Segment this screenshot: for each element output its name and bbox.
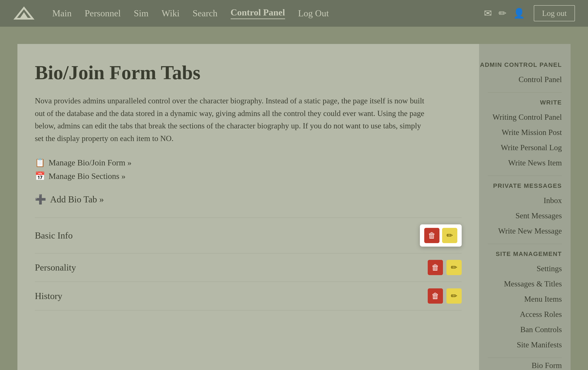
logout-button[interactable]: Log out [534,5,575,21]
sidebar-item-menu-items[interactable]: Menu Items [479,291,571,307]
bio-tab-actions: 🗑 ✏ [428,288,462,304]
nav-sim[interactable]: Sim [134,8,148,19]
sidebar-admin-section-title: ADMIN CONTROL PANEL [479,55,571,72]
add-bio-tab-row: ➕ Add Bio Tab » [35,194,462,205]
manage-bio-sections-row: 📅 Manage Bio Sections » [35,171,462,181]
sidebar-item-ban-controls[interactable]: Ban Controls [479,322,571,337]
bio-sections-icon: 📅 [35,171,45,181]
nav-logout[interactable]: Log Out [298,8,329,19]
sidebar-item-settings[interactable]: Settings [479,261,571,276]
bio-tab-name: History [35,291,62,301]
manage-bio-form-row: 📋 Manage Bio/Join Form » [35,158,462,167]
sidebar-item-sent-messages[interactable]: Sent Messages [479,208,571,223]
sidebar-item-bio-form[interactable]: Bio Form [479,358,571,370]
sidebar-write-section-title: WRITE [479,92,571,110]
sidebar-item-control-panel[interactable]: Control Panel [479,72,571,87]
table-row: Personality 🗑 ✏ [35,253,462,282]
delete-button[interactable]: 🗑 [428,288,443,304]
nav-search[interactable]: Search [192,8,217,19]
main-container: Bio/Join Form Tabs Nova provides admins … [17,44,571,370]
bio-tab-name: Personality [35,262,76,273]
bio-tab-actions: 🗑 ✏ [428,260,462,275]
pencil-icon[interactable]: ✏ [498,8,506,19]
envelope-icon[interactable]: ✉ [484,8,492,19]
sidebar-sitemanagement-section-title: SITE MANAGEMENT [479,244,571,261]
svg-marker-1 [20,12,28,19]
edit-button[interactable]: ✏ [442,228,457,243]
content-area: Bio/Join Form Tabs Nova provides admins … [17,44,479,370]
edit-button[interactable]: ✏ [446,288,462,304]
action-popup: 🗑 ✏ [420,224,462,247]
delete-button[interactable]: 🗑 [428,260,443,275]
nav-wiki[interactable]: Wiki [162,8,179,19]
sidebar-item-writing-control-panel[interactable]: Writing Control Panel [479,110,571,125]
sidebar-item-write-mission-post[interactable]: Write Mission Post [479,125,571,140]
bio-form-icon: 📋 [35,158,45,167]
sidebar-item-write-new-message[interactable]: Write New Message [479,223,571,238]
nav-icon-group: ✉ ✏ 👤 [484,8,525,19]
nav-personnel[interactable]: Personnel [85,8,121,19]
sidebar-pm-section-title: PRIVATE MESSAGES [479,176,571,193]
main-nav: Main Personnel Sim Wiki Search Control P… [0,0,588,27]
user-circle-icon[interactable]: 👤 [513,8,525,19]
manage-links: 📋 Manage Bio/Join Form » 📅 Manage Bio Se… [35,158,462,181]
add-bio-tab-link[interactable]: Add Bio Tab » [50,194,104,205]
manage-bio-sections-link[interactable]: Manage Bio Sections » [49,171,126,181]
table-row: Basic Info 🗑 ✏ [35,218,462,253]
nav-control-panel[interactable]: Control Panel [231,7,285,19]
page-title: Bio/Join Form Tabs [35,61,462,84]
bio-tabs-list: Basic Info 🗑 ✏ Personality 🗑 ✏ History 🗑 [35,218,462,310]
sidebar-item-inbox[interactable]: Inbox [479,193,571,208]
sidebar: ADMIN CONTROL PANEL Control Panel WRITE … [479,44,571,370]
sidebar-item-messages-titles[interactable]: Messages & Titles [479,276,571,291]
page-description: Nova provides admins unparalleled contro… [35,95,427,145]
nav-links: Main Personnel Sim Wiki Search Control P… [52,7,484,19]
manage-bio-form-link[interactable]: Manage Bio/Join Form » [49,158,132,167]
sidebar-item-write-news-item[interactable]: Write News Item [479,155,571,170]
edit-button[interactable]: ✏ [446,260,462,275]
sidebar-item-access-roles[interactable]: Access Roles [479,307,571,322]
table-row: History 🗑 ✏ [35,282,462,310]
add-icon: ➕ [35,194,46,205]
logo[interactable] [13,6,35,21]
nav-main[interactable]: Main [52,8,72,19]
delete-button[interactable]: 🗑 [424,228,440,243]
bio-tab-name: Basic Info [35,230,73,241]
sidebar-item-write-personal-log[interactable]: Write Personal Log [479,140,571,155]
sidebar-item-site-manifests[interactable]: Site Manifests [479,337,571,352]
